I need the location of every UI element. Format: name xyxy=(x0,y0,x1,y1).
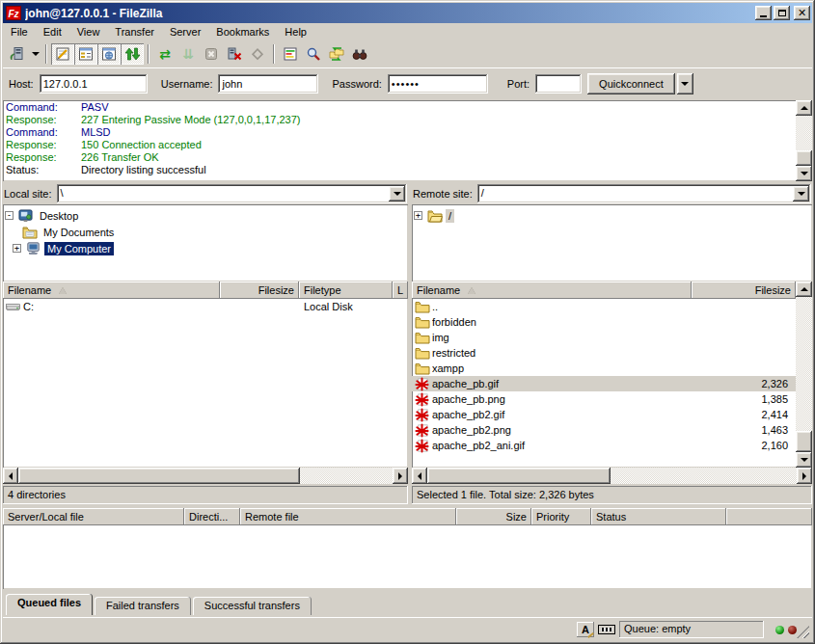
expand-icon[interactable]: + xyxy=(414,211,422,220)
reconnect-button[interactable] xyxy=(246,43,269,65)
title-bar[interactable]: Fz john@127.0.0.1 - FileZilla ✕ xyxy=(3,3,812,23)
folder-icon xyxy=(414,361,430,376)
remote-site-combobox[interactable]: / xyxy=(477,184,811,203)
queue-column-direction[interactable]: Directi... xyxy=(184,508,240,525)
scrollbar-track[interactable] xyxy=(611,468,797,484)
log-scrollbar[interactable] xyxy=(796,100,812,181)
file-row[interactable]: xampp xyxy=(412,361,796,376)
expand-icon[interactable]: + xyxy=(13,244,21,253)
scrollbar-thumb[interactable] xyxy=(796,431,812,452)
directory-comparison-button[interactable] xyxy=(279,43,302,65)
site-manager-dropdown[interactable] xyxy=(29,43,41,65)
resize-grip[interactable] xyxy=(797,626,809,638)
menu-item-transfer[interactable]: Transfer xyxy=(107,24,162,40)
disconnect-button[interactable] xyxy=(223,43,246,65)
scroll-down-button[interactable] xyxy=(796,452,812,468)
host-input[interactable] xyxy=(40,74,148,94)
column-header-filesize[interactable]: Filesize xyxy=(692,282,796,299)
close-button[interactable]: ✕ xyxy=(794,6,810,20)
refresh-button[interactable]: ⇄ xyxy=(153,43,177,65)
scrollbar-track[interactable] xyxy=(300,468,393,484)
scrollbar-thumb[interactable] xyxy=(796,150,812,166)
process-queue-button[interactable]: ⇊ xyxy=(177,43,200,65)
file-row[interactable]: restricted xyxy=(412,345,796,361)
minimize-button[interactable] xyxy=(755,6,772,20)
file-row[interactable]: apache_pb2.gif 2,414 xyxy=(412,407,796,422)
file-row[interactable]: apache_pb2.png 1,463 xyxy=(412,422,796,438)
find-files-button[interactable] xyxy=(348,43,371,65)
maximize-icon xyxy=(778,10,786,16)
file-row[interactable]: img xyxy=(412,330,796,345)
scrollbar-thumb[interactable] xyxy=(18,468,300,484)
maximize-button[interactable] xyxy=(774,6,790,20)
data-type-indicator-icon[interactable]: A xyxy=(577,622,594,637)
queue-column-size[interactable]: Size xyxy=(456,508,531,525)
queue-column-filler xyxy=(726,508,812,525)
scroll-right-button[interactable] xyxy=(393,468,408,484)
local-site-combobox[interactable]: \ xyxy=(57,184,407,203)
collapse-icon[interactable]: - xyxy=(5,211,14,220)
toggle-message-log-button[interactable] xyxy=(51,43,74,65)
file-row-c-drive[interactable]: C: Local Disk xyxy=(3,299,408,314)
quickconnect-dropdown[interactable] xyxy=(677,73,693,94)
menu-item-server[interactable]: Server xyxy=(162,24,208,40)
log-line: Response:150 Connection accepted xyxy=(6,139,793,151)
tab-failed-transfers[interactable]: Failed transfers xyxy=(95,597,191,615)
remote-site-dropdown[interactable] xyxy=(793,186,809,201)
password-input[interactable] xyxy=(388,74,488,94)
scroll-right-button[interactable] xyxy=(797,468,812,484)
menu-item-edit[interactable]: Edit xyxy=(36,24,69,40)
toggle-transfer-queue-button[interactable] xyxy=(121,43,144,65)
scrollbar-thumb[interactable] xyxy=(427,468,611,484)
menu-item-bookmarks[interactable]: Bookmarks xyxy=(208,24,277,40)
synchronized-browsing-button[interactable] xyxy=(325,43,348,65)
file-row[interactable]: forbidden xyxy=(412,314,796,330)
scrollbar-track[interactable] xyxy=(796,297,812,431)
filename-filters-button[interactable] xyxy=(302,43,325,65)
queue-column-priority[interactable]: Priority xyxy=(531,508,591,525)
queue-column-server-local-file[interactable]: Server/Local file xyxy=(3,508,184,525)
menu-item-view[interactable]: View xyxy=(69,24,108,40)
tab-queued-files[interactable]: Queued files xyxy=(6,594,93,615)
toggle-local-tree-button[interactable] xyxy=(74,43,97,65)
queue-column-status[interactable]: Status xyxy=(591,508,726,525)
tree-item-my-computer[interactable]: + My Computer xyxy=(5,240,406,256)
tree-item-my-documents[interactable]: My Documents xyxy=(5,224,406,240)
tree-item-root[interactable]: + / xyxy=(414,207,810,224)
file-row[interactable]: apache_pb.png 1,385 xyxy=(412,391,796,407)
scroll-left-button[interactable] xyxy=(412,468,427,484)
cancel-operation-button[interactable] xyxy=(200,43,223,65)
queue-column-remote-file[interactable]: Remote file xyxy=(240,508,456,525)
site-manager-button[interactable] xyxy=(6,43,29,65)
scroll-left-button[interactable] xyxy=(3,468,18,484)
dropdown-arrow-icon xyxy=(798,192,805,196)
tree-item-desktop[interactable]: - Desktop xyxy=(5,207,406,224)
local-site-dropdown[interactable] xyxy=(389,186,405,201)
scroll-up-button[interactable] xyxy=(796,282,812,297)
column-header-filename[interactable]: Filename xyxy=(3,282,220,299)
file-row[interactable]: apache_pb2_ani.gif 2,160 xyxy=(412,438,796,453)
column-header-last-modified[interactable]: L xyxy=(393,282,408,299)
remote-site-value[interactable]: / xyxy=(477,184,791,203)
menu-item-help[interactable]: Help xyxy=(277,24,314,40)
local-horizontal-scrollbar[interactable] xyxy=(3,468,408,484)
username-input[interactable] xyxy=(218,74,318,94)
column-header-filetype[interactable]: Filetype xyxy=(299,282,393,299)
port-input[interactable] xyxy=(535,74,582,94)
remote-horizontal-scrollbar[interactable] xyxy=(412,468,812,484)
quickconnect-button[interactable]: Quickconnect xyxy=(587,73,675,94)
speed-limit-indicator-icon[interactable] xyxy=(598,625,615,634)
local-site-value[interactable]: \ xyxy=(57,184,387,203)
scroll-down-button[interactable] xyxy=(796,166,812,181)
tab-successful-transfers[interactable]: Successful transfers xyxy=(193,597,312,615)
folder-icon xyxy=(414,330,430,345)
remote-vertical-scrollbar[interactable] xyxy=(796,282,812,468)
menu-item-file[interactable]: File xyxy=(3,24,36,40)
scroll-up-button[interactable] xyxy=(796,100,812,116)
scrollbar-track[interactable] xyxy=(796,116,812,150)
file-row-selected[interactable]: apache_pb.gif 2,326 xyxy=(412,376,796,391)
column-header-filename[interactable]: Filename xyxy=(412,282,692,299)
toggle-remote-tree-button[interactable] xyxy=(97,43,121,65)
column-header-filesize[interactable]: Filesize xyxy=(220,282,299,299)
file-row[interactable]: .. xyxy=(412,299,796,314)
